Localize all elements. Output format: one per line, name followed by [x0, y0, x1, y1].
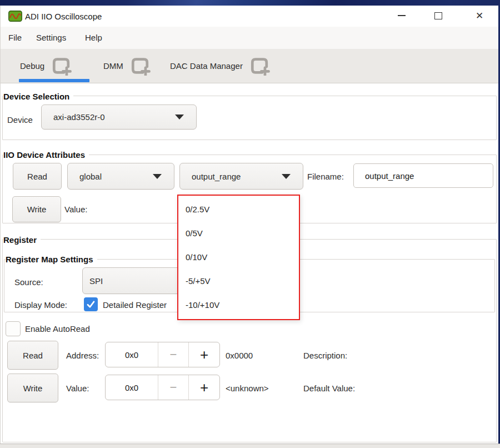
- attribute-dropdown-popup: 0/2.5V 0/5V 0/10V -5/+5V -10/+10V: [177, 195, 300, 320]
- tab-dmm[interactable]: DMM: [103, 49, 151, 83]
- register-title: Register: [3, 235, 41, 245]
- window-title: ADI IIO Oscilloscope: [25, 12, 102, 21]
- default-value-label: Default Value:: [303, 384, 355, 393]
- detailed-register-checkbox[interactable]: [84, 297, 98, 311]
- tab-dac-data-manager[interactable]: DAC Data Manager: [170, 49, 270, 83]
- dropdown-option[interactable]: 0/2.5V: [178, 197, 299, 221]
- chevron-down-icon: [282, 174, 291, 179]
- value-input[interactable]: 0x0: [106, 375, 158, 400]
- title-bar: ADI IIO Oscilloscope ✕: [1, 6, 498, 27]
- iio-attributes-title: IIO Device Attributes: [3, 150, 89, 160]
- tab-debug[interactable]: Debug: [20, 49, 72, 83]
- address-decrement-button[interactable]: −: [158, 342, 188, 367]
- attribute-category-value: global: [68, 172, 153, 181]
- menu-file[interactable]: File: [8, 27, 22, 49]
- maximize-icon: [434, 12, 442, 19]
- menu-help[interactable]: Help: [85, 27, 102, 49]
- device-combobox[interactable]: axi-ad3552r-0: [41, 104, 197, 130]
- value-decrement-button[interactable]: −: [158, 375, 188, 400]
- tab-debug-label: Debug: [20, 61, 44, 71]
- popout-plus-icon[interactable]: [51, 57, 72, 76]
- attribute-read-label: Read: [27, 172, 47, 181]
- register-read-button[interactable]: Read: [7, 341, 58, 370]
- register-value-label: Value:: [66, 384, 89, 393]
- maximize-button[interactable]: [430, 7, 447, 24]
- desktop-background: ADI IIO Oscilloscope ✕ File Settings Hel…: [0, 0, 500, 448]
- filename-input[interactable]: output_range: [353, 163, 493, 188]
- address-increment-button[interactable]: +: [188, 342, 219, 367]
- filename-input-value: output_range: [354, 171, 414, 181]
- description-label: Description:: [303, 351, 347, 360]
- dropdown-option[interactable]: 0/10V: [178, 245, 299, 269]
- value-spinbutton: 0x0 − +: [105, 375, 220, 400]
- register-write-button[interactable]: Write: [7, 374, 58, 402]
- close-icon: ✕: [476, 11, 483, 21]
- device-selection-title: Device Selection: [3, 92, 73, 101]
- attribute-name-combobox[interactable]: output_range: [179, 163, 303, 190]
- device-label: Device: [7, 115, 33, 125]
- dropdown-option[interactable]: -5/+5V: [178, 269, 299, 293]
- address-input[interactable]: 0x0: [106, 342, 158, 367]
- address-hex-value: 0x0000: [226, 351, 253, 360]
- menu-bar: File Settings Help: [1, 27, 498, 49]
- filename-label: Filename:: [307, 172, 344, 181]
- register-write-label: Write: [23, 384, 43, 393]
- checkmark-icon: [86, 299, 96, 310]
- value-display: <unknown>: [226, 384, 269, 393]
- chevron-down-icon: [175, 115, 184, 120]
- enable-autoread-label: Enable AutoRead: [25, 324, 90, 333]
- tab-dmm-label: DMM: [103, 61, 123, 71]
- attribute-write-label: Write: [27, 205, 47, 214]
- window-bottom-edge: [0, 444, 500, 448]
- address-label: Address:: [66, 351, 99, 360]
- register-read-label: Read: [23, 351, 43, 360]
- value-increment-button[interactable]: +: [188, 375, 219, 400]
- enable-autoread-checkbox[interactable]: [6, 321, 21, 336]
- attribute-write-button[interactable]: Write: [12, 196, 61, 222]
- attribute-category-combobox[interactable]: global: [67, 163, 174, 190]
- popout-plus-icon[interactable]: [130, 57, 151, 76]
- popout-plus-icon[interactable]: [249, 57, 270, 76]
- attribute-read-button[interactable]: Read: [13, 163, 62, 190]
- app-oscilloscope-icon: [8, 11, 22, 22]
- register-map-settings-title: Register Map Settings: [6, 255, 97, 264]
- chevron-down-icon: [153, 174, 162, 179]
- detailed-register-option-label: Detailed Register: [103, 300, 167, 310]
- menu-settings[interactable]: Settings: [36, 27, 66, 49]
- tab-dac-label: DAC Data Manager: [170, 61, 243, 71]
- dropdown-option[interactable]: 0/5V: [178, 221, 299, 245]
- source-label: Source:: [14, 277, 43, 287]
- attribute-value-label: Value:: [64, 205, 87, 214]
- minimize-icon: [398, 15, 406, 16]
- minimize-button[interactable]: [393, 7, 410, 24]
- attribute-name-value: output_range: [180, 172, 282, 181]
- app-window: ADI IIO Oscilloscope ✕ File Settings Hel…: [0, 6, 498, 444]
- display-mode-label: Display Mode:: [14, 300, 67, 310]
- active-tab-indicator: [19, 79, 89, 82]
- device-combobox-value: axi-ad3552r-0: [42, 112, 175, 122]
- dropdown-option[interactable]: -10/+10V: [178, 293, 299, 317]
- address-spinbutton: 0x0 − +: [105, 342, 220, 367]
- tab-bar: Debug DMM DAC Data Manager: [1, 49, 498, 83]
- close-button[interactable]: ✕: [471, 7, 488, 24]
